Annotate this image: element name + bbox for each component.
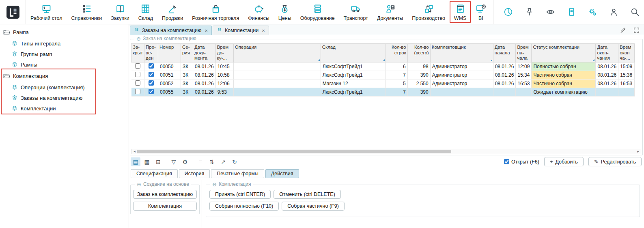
nav-item-production[interactable]: Производство (407, 0, 450, 24)
scrollbar-thumb[interactable] (137, 150, 451, 153)
cell-start_date (493, 88, 516, 97)
sidebar-item-pickings[interactable]: Комплектации (0, 103, 129, 114)
nav-item-equipment[interactable]: Оборудование (296, 0, 339, 24)
column-header-status[interactable]: Статус комплектации (532, 44, 596, 62)
nav-item-purchases[interactable]: Закупки (106, 0, 134, 24)
sidebar-item-picking-orders[interactable]: Заказы на комплектацию (0, 92, 129, 103)
sidebar-group-header-picking[interactable]: Комплектация (0, 70, 129, 82)
open-checkbox-input[interactable] (504, 159, 509, 164)
order-row[interactable]: 00051ЗК08.01.2610:58ЛюксСофтТрейд17390Ад… (131, 71, 635, 80)
settings-icon[interactable]: ⚙ (180, 157, 190, 166)
refresh-icon[interactable]: ↻ (230, 157, 239, 166)
user-icon[interactable] (609, 7, 619, 17)
sort-icon[interactable]: ⇅ (207, 157, 217, 166)
picking-buttons-row-2: Собран полностью (F10) Собран частично (… (209, 202, 636, 211)
tab-picking-orders[interactable]: Заказы на комплектацию × (130, 26, 212, 35)
filter-icon[interactable]: ▽ (169, 157, 179, 166)
accept-button[interactable]: Принять (ctrl ENTER) (209, 190, 271, 199)
nav-item-bi[interactable]: BI (471, 0, 491, 24)
posted-checkbox[interactable] (149, 72, 154, 77)
column-header-end_date[interactable]: Дата окон- чания (596, 44, 618, 62)
gears-icon[interactable] (588, 7, 598, 17)
edit-button[interactable]: ✎ Редактировать (588, 157, 642, 166)
tab-close-icon[interactable]: × (205, 28, 208, 34)
tab-pickings[interactable]: Комплектации × (213, 26, 269, 35)
cancel-button[interactable]: Отменить (ctrl DELETE) (274, 190, 341, 199)
nav-item-finance[interactable]: Финансы (243, 0, 274, 24)
column-header-posted[interactable]: Про- ве- ден (144, 44, 158, 62)
add-button[interactable]: + Добавить (544, 157, 584, 166)
subtab-history[interactable]: История (179, 169, 210, 178)
column-header-end_time[interactable]: Врем окон ча-... (618, 44, 635, 62)
tab-close-icon[interactable]: × (262, 28, 265, 34)
order-row[interactable]: 00052ЗК08.01.2612:06Магазин 1252 550Адми… (131, 80, 635, 88)
subtab-actions[interactable]: Действия (265, 169, 299, 178)
column-header-closed[interactable]: За- крыт (131, 44, 144, 62)
closed-checkbox[interactable] (135, 72, 140, 77)
closed-checkbox[interactable] (135, 63, 140, 69)
pie-clock-icon[interactable] (503, 7, 513, 17)
sidebar-item-ramp-groups[interactable]: Группы рамп (0, 49, 129, 59)
pin-icon[interactable] (524, 7, 534, 17)
sidebar-group-header-ramp[interactable]: Рампа (0, 26, 129, 38)
sidebar-item-ramps[interactable]: Рампы (0, 59, 129, 70)
collapse-icon[interactable]: ⊖ (137, 182, 141, 187)
column-header-rows_count[interactable]: Кол-во строк (386, 44, 407, 62)
collapse-icon[interactable]: ⊖ (212, 182, 217, 187)
view-list-icon[interactable]: ▤ (131, 157, 140, 166)
search-icon[interactable] (630, 7, 640, 17)
column-header-picker[interactable]: Комплектовщик (430, 44, 493, 62)
column-header-start_date[interactable]: Дата начала (493, 44, 516, 62)
calendar-icon[interactable]: ⊟ (153, 157, 163, 166)
app-logo[interactable] (0, 0, 26, 24)
column-header-doc_date[interactable]: Дата доку- мента (193, 44, 215, 62)
column-header-warehouse[interactable]: Склад (321, 44, 386, 62)
column-header-start_time[interactable]: Врем на- чала (516, 44, 532, 62)
order-row[interactable]: 00055ЗК09.01.269:53ЛюксСофтТрейд17390Ожи… (131, 88, 635, 97)
column-header-number[interactable]: Номер (158, 44, 181, 62)
fully-picked-button[interactable]: Собран полностью (F10) (209, 202, 279, 211)
column-header-doc_time[interactable]: Врем до- ку-... (215, 44, 233, 62)
nav-item-warehouse[interactable]: Склад (134, 0, 157, 24)
nav-item-wms[interactable]: WMS (450, 0, 471, 24)
column-header-operation[interactable]: Операция (233, 44, 321, 62)
horizontal-scrollbar[interactable]: ◂ ▸ (131, 149, 641, 154)
numbered-list-icon[interactable]: ≡ (196, 157, 205, 166)
eye-icon[interactable] (545, 7, 556, 17)
sidebar-item-picking-operations[interactable]: Операции (комплектация) (0, 82, 129, 92)
nav-item-transport[interactable]: Транспорт (339, 0, 373, 24)
nav-item-sales[interactable]: Продажи (157, 0, 187, 24)
collapse-icon[interactable]: ⊖ (136, 36, 141, 41)
order-row[interactable]: 00050ЗК08.01.2610:45ЛюксСофтТрейд1698Адм… (131, 62, 635, 71)
nav-item-documents[interactable]: Документы (373, 0, 407, 24)
nav-item-retail[interactable]: Розничная торговля (187, 0, 243, 24)
export-icon[interactable]: ↗ (218, 157, 228, 166)
nav-item-prices[interactable]: Цены (274, 0, 296, 24)
orders-table-body: 00050ЗК08.01.2610:45ЛюксСофтТрейд1698Адм… (131, 62, 635, 97)
scrollbar-track[interactable] (137, 149, 635, 154)
sidebar-item-interval-types[interactable]: Типы интервала (0, 38, 129, 49)
column-header-series[interactable]: Се- рия (181, 44, 193, 62)
posted-checkbox[interactable] (149, 63, 154, 69)
nav-item-directories[interactable]: Справочники (67, 0, 106, 24)
closed-checkbox[interactable] (135, 89, 140, 94)
tab-diamond-icon (217, 27, 222, 34)
fullscreen-icon[interactable] (633, 27, 640, 34)
column-header-qty_total[interactable]: Кол-во (всего) (407, 44, 430, 62)
posted-checkbox[interactable] (149, 89, 154, 94)
truck-icon (350, 3, 361, 14)
subtab-print-forms[interactable]: Печатные формы (211, 169, 264, 178)
edit-pencil-icon[interactable] (620, 27, 627, 34)
nav-item-desktop[interactable]: Рабочий стол (26, 0, 67, 24)
mobile-chat-icon[interactable] (566, 7, 577, 17)
view-grid-icon[interactable]: ▦ (142, 157, 152, 166)
scroll-right-icon[interactable]: ▸ (635, 149, 641, 154)
posted-checkbox[interactable] (149, 80, 154, 86)
create-picking-button[interactable]: Комплектация (133, 202, 197, 211)
closed-checkbox[interactable] (135, 80, 140, 86)
create-picking-order-button[interactable]: Заказ на комплектацию (133, 190, 197, 199)
subtab-specification[interactable]: Спецификация (131, 169, 178, 178)
scroll-left-icon[interactable]: ◂ (132, 149, 137, 154)
partially-picked-button[interactable]: Собран частично (F9) (282, 202, 345, 211)
open-filter-checkbox[interactable]: Открыт (F6) (504, 159, 539, 165)
